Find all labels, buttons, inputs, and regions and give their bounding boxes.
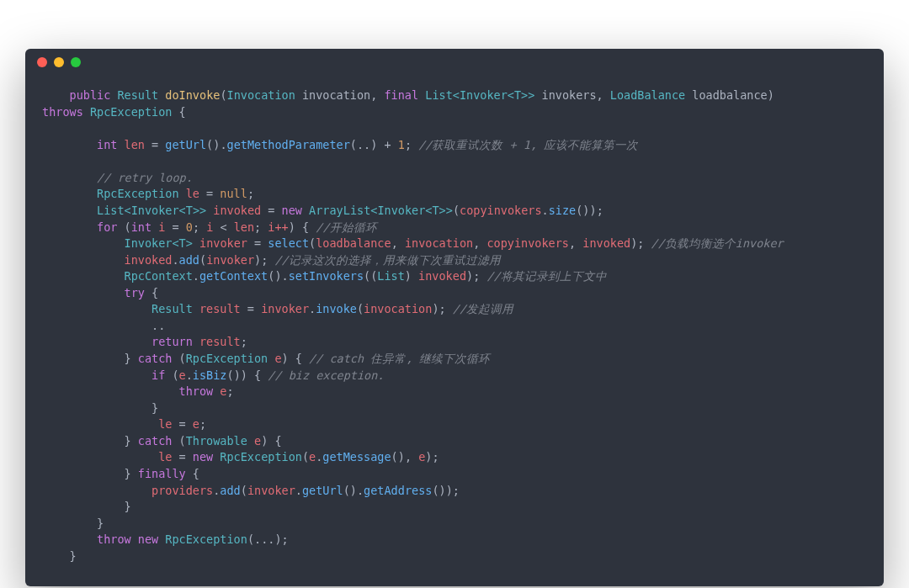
code-line: public Result doInvoke(Invocation invoca… [42, 88, 784, 563]
zoom-icon[interactable] [71, 57, 81, 67]
code-window: public Result doInvoke(Invocation invoca… [25, 49, 884, 586]
titlebar [25, 49, 884, 76]
code-block: public Result doInvoke(Invocation invoca… [25, 76, 884, 586]
minimize-icon[interactable] [54, 57, 64, 67]
close-icon[interactable] [37, 57, 47, 67]
